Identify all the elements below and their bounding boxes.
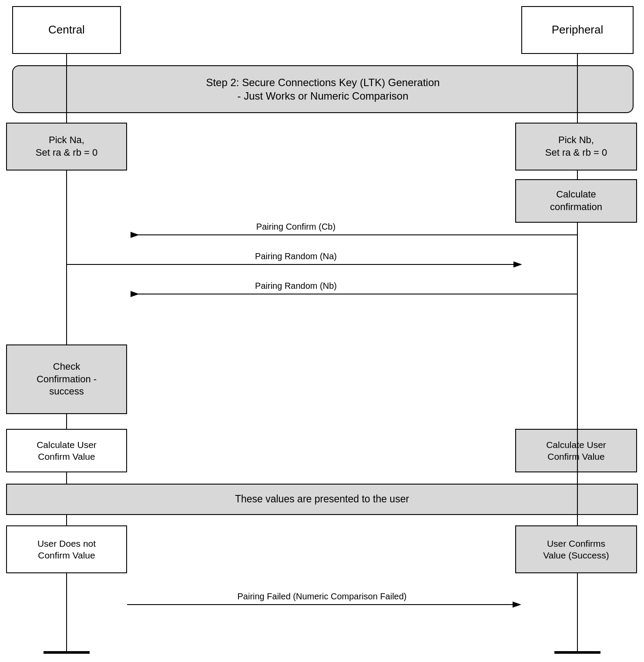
check-confirm-box: CheckConfirmation -success (6, 344, 127, 414)
pick-nb-box: Pick Nb,Set ra & rb = 0 (515, 123, 637, 171)
central-box: Central (12, 6, 121, 54)
calc-user-peripheral-box: Calculate UserConfirm Value (515, 429, 637, 472)
calc-user-peripheral-label: Calculate UserConfirm Value (546, 439, 606, 463)
calc-confirm-box: Calculateconfirmation (515, 179, 637, 223)
values-presented-box: These values are presented to the user (6, 484, 638, 515)
user-no-confirm-box: User Does notConfirm Value (6, 525, 127, 573)
pairing-confirm-label: Pairing Confirm (Cb) (256, 222, 335, 231)
step2-label: Step 2: Secure Connections Key (LTK) Gen… (206, 76, 439, 103)
user-confirms-label: User ConfirmsValue (Success) (543, 538, 609, 562)
pairing-failed-label: Pairing Failed (Numeric Comparison Faile… (237, 592, 406, 601)
user-confirms-box: User ConfirmsValue (Success) (515, 525, 637, 573)
peripheral-box: Peripheral (521, 6, 634, 54)
user-no-confirm-label: User Does notConfirm Value (37, 538, 96, 562)
pairing-random-na-label: Pairing Random (Na) (255, 251, 337, 261)
calc-user-central-label: Calculate UserConfirm Value (37, 439, 97, 463)
check-confirm-label: CheckConfirmation -success (37, 361, 97, 398)
values-presented-label: These values are presented to the user (235, 493, 409, 506)
step2-box: Step 2: Secure Connections Key (LTK) Gen… (12, 65, 634, 113)
pairing-random-nb-label: Pairing Random (Nb) (255, 281, 337, 291)
calc-confirm-label: Calculateconfirmation (550, 188, 602, 213)
calc-user-central-box: Calculate UserConfirm Value (6, 429, 127, 472)
pick-nb-label: Pick Nb,Set ra & rb = 0 (545, 134, 607, 159)
pick-na-box: Pick Na,Set ra & rb = 0 (6, 123, 127, 171)
diagram-container: Central Peripheral Step 2: Secure Connec… (0, 0, 644, 662)
pick-na-label: Pick Na,Set ra & rb = 0 (36, 134, 97, 159)
